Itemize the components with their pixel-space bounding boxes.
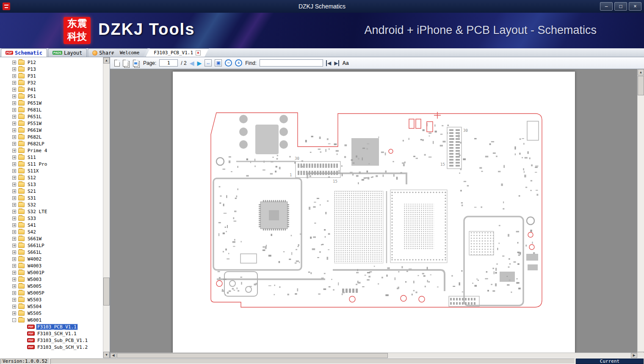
tree-folder-w5001p[interactable]: +W5001P [0,269,103,276]
single-page-icon[interactable] [114,60,120,67]
tree-folder-s42[interactable]: +S42 [0,228,103,235]
pdf-viewer[interactable]: 30 1 15 30 15 ▲ ▼ ◀ ▶ [110,69,644,358]
expand-icon[interactable]: + [12,257,16,261]
scroll-right-icon[interactable]: ▶ [631,353,637,358]
collapse-icon[interactable]: - [12,318,16,322]
tree-folder-s11[interactable]: +S11 [0,154,103,161]
expand-icon[interactable]: + [12,67,16,71]
expand-icon[interactable]: + [12,176,16,180]
tree-folder-w6001[interactable]: -W6001 [0,317,103,323]
expand-icon[interactable]: + [12,142,16,146]
next-page-icon[interactable]: ▶ [197,60,202,66]
tree-folder-p51[interactable]: +P51 [0,93,103,100]
close-tab-icon[interactable]: × [196,50,201,56]
expand-icon[interactable]: + [12,250,16,254]
expand-icon[interactable]: + [12,223,16,227]
expand-icon[interactable]: + [12,264,16,268]
find-next-icon[interactable]: ▶ [334,60,339,66]
scroll-up-icon[interactable]: ▲ [638,69,644,75]
tree-folder-s661l[interactable]: +S661L [0,249,103,256]
expand-icon[interactable]: + [12,88,16,92]
tree-file-f3103_sub_pcb_v1.1[interactable]: PDFF3103_Sub_PCB_V1.1 [0,337,103,344]
scroll-up-icon[interactable]: ▲ [103,57,110,64]
tree-folder-p41[interactable]: +P41 [0,86,103,93]
expand-icon[interactable]: + [12,81,16,85]
tree-folder-s41[interactable]: +S41 [0,222,103,228]
tree-folder-p681l[interactable]: +P681L [0,106,103,113]
expand-icon[interactable]: + [12,162,16,166]
expand-icon[interactable]: + [12,189,16,193]
scrollbar-thumb[interactable] [638,76,644,95]
expand-icon[interactable]: + [12,305,16,308]
tree-folder-p32[interactable]: +P32 [0,79,103,86]
tree-folder-w5003[interactable]: +W5003 [0,276,103,283]
minimize-button[interactable]: – [600,2,613,11]
tree-folder-s661w[interactable]: +S661W [0,235,103,242]
font-size-icon[interactable]: Aa [342,60,348,66]
facing-pages-icon[interactable] [123,60,128,67]
expand-icon[interactable]: + [12,278,16,281]
expand-icon[interactable]: + [12,128,16,132]
expand-icon[interactable]: + [12,237,16,241]
tree-folder-prime-4[interactable]: +Prime 4 [0,147,103,154]
doc-tab-f3103_pcb_v1.1[interactable]: F3103_PCB_V1.1× [146,48,209,57]
tree-folder-s661lp[interactable]: +S661LP [0,242,103,249]
expand-icon[interactable]: + [12,196,16,200]
page-number-input[interactable] [159,59,178,67]
expand-icon[interactable]: + [12,203,16,207]
expand-icon[interactable]: + [12,149,16,153]
tab-layout[interactable]: PADSLayout [48,48,87,57]
expand-icon[interactable]: + [12,101,16,105]
sidebar-scrollbar[interactable]: ▲ ▼ [103,57,110,358]
tree-folder-p682l[interactable]: +P682L [0,133,103,140]
expand-icon[interactable]: + [12,156,16,159]
tree-file-f3103_pcb_v1.1[interactable]: PDFF3103_PCB_V1.1 [0,323,103,330]
tree-folder-s33[interactable]: +S33 [0,215,103,222]
tree-folder-s11-pro[interactable]: +S11 Pro [0,161,103,167]
tree-folder-w4002[interactable]: +W4002 [0,256,103,262]
expand-icon[interactable]: + [12,108,16,112]
tree-folder-p682lp[interactable]: +P682LP [0,140,103,147]
expand-icon[interactable]: + [12,291,16,295]
expand-icon[interactable]: + [12,271,16,275]
tree-folder-w5503[interactable]: +W5503 [0,296,103,303]
expand-icon[interactable]: + [12,61,16,64]
expand-icon[interactable]: + [12,284,16,288]
scrollbar-thumb[interactable] [117,353,388,358]
tree-folder-s32[interactable]: +S32 [0,201,103,208]
expand-icon[interactable]: + [12,244,16,247]
scrollbar-thumb[interactable] [103,278,110,306]
tree-folder-s32-lte[interactable]: +S32 LTE [0,208,103,215]
continuous-pages-icon[interactable] [133,60,138,67]
scroll-left-icon[interactable]: ◀ [110,353,116,358]
doc-tab-welcome[interactable]: Welcome [112,48,147,57]
find-input[interactable] [260,59,323,67]
tree-folder-p651w[interactable]: +P651W [0,100,103,106]
expand-icon[interactable]: + [12,135,16,139]
tab-schematic[interactable]: PDFSchematic [1,48,47,57]
expand-icon[interactable]: + [12,115,16,119]
tree-folder-w5505[interactable]: +W5505 [0,310,103,317]
expand-icon[interactable]: + [12,210,16,214]
tree-file-f3103_sub_sch_v1.2[interactable]: PDFF3103_Sub_SCH_V1.2 [0,344,103,350]
expand-icon[interactable]: + [12,311,16,315]
close-button[interactable]: × [629,2,641,11]
tree-file-f3103_sch_v1.1[interactable]: PDFF3103_SCH_V1.1 [0,330,103,337]
viewer-hscrollbar[interactable]: ◀ ▶ [110,353,637,358]
zoom-in-icon[interactable]: + [235,59,242,67]
tree-folder-w5005p[interactable]: +W5005P [0,289,103,296]
tree-folder-p13[interactable]: +P13 [0,66,103,72]
expand-icon[interactable]: + [12,122,16,125]
tree-folder-w4003[interactable]: +W4003 [0,262,103,269]
tree-folder-w5005[interactable]: +W5005 [0,283,103,289]
expand-icon[interactable]: + [12,74,16,78]
tree-folder-p12[interactable]: +P12 [0,59,103,66]
tree-folder-p661w[interactable]: +P661W [0,127,103,133]
expand-icon[interactable]: + [12,217,16,220]
expand-icon[interactable]: + [12,169,16,173]
expand-icon[interactable]: + [12,298,16,302]
find-previous-icon[interactable]: ◀ [326,60,331,66]
fit-page-icon[interactable]: ▣ [215,59,222,67]
tree-folder-s31[interactable]: +S31 [0,195,103,201]
tree-folder-p551w[interactable]: +P551W [0,120,103,127]
